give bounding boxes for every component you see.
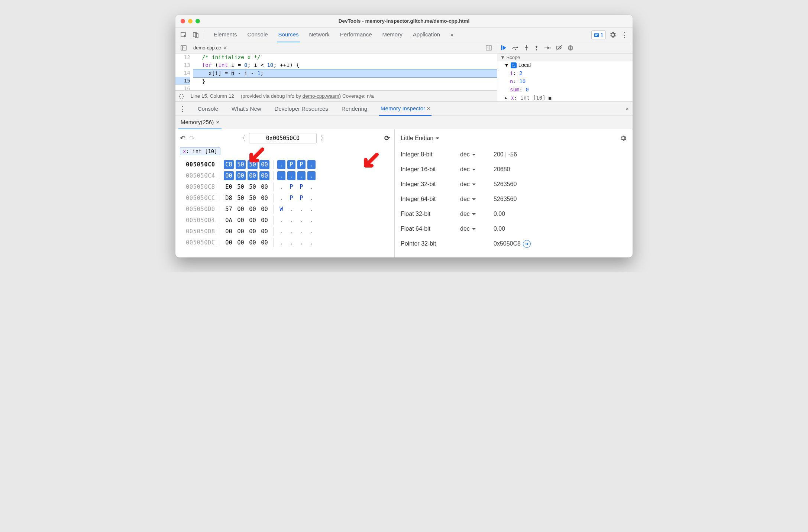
value-format-select[interactable]: dec [460, 151, 494, 158]
drawer-tab-rendering[interactable]: Rendering [340, 102, 369, 116]
value-format-select[interactable]: dec [460, 166, 494, 173]
step-into-icon[interactable] [524, 45, 529, 51]
zoom-window-icon[interactable] [195, 19, 200, 23]
close-drawer-icon[interactable]: × [626, 106, 629, 112]
hex-byte[interactable]: 00 [248, 216, 258, 225]
ascii-char[interactable]: P [297, 194, 306, 202]
hex-byte[interactable]: 00 [259, 227, 269, 236]
ascii-char[interactable]: . [287, 227, 295, 236]
hex-byte[interactable]: 00 [259, 194, 269, 202]
deactivate-breakpoints-icon[interactable] [556, 45, 562, 51]
issues-badge[interactable]: 1 [591, 30, 606, 39]
hex-byte[interactable]: 50 [236, 194, 246, 202]
hex-byte[interactable]: 00 [248, 205, 258, 214]
ascii-char[interactable]: P [287, 194, 295, 202]
ascii-char[interactable]: . [297, 216, 306, 225]
resume-icon[interactable] [500, 45, 507, 51]
reveal-in-memory-icon[interactable]: ▦ [549, 95, 551, 101]
scope-var-n[interactable]: n: 10 [497, 77, 633, 85]
ascii-char[interactable]: . [307, 171, 316, 180]
close-file-icon[interactable]: × [223, 45, 227, 51]
hex-byte[interactable]: 50 [248, 182, 258, 191]
hex-byte[interactable]: 00 [259, 238, 269, 247]
tab-performance[interactable]: Performance [339, 27, 374, 42]
hex-byte[interactable]: 00 [236, 238, 246, 247]
hex-byte[interactable]: 0A [224, 216, 234, 225]
hex-byte[interactable]: 50 [248, 194, 258, 202]
step-over-icon[interactable] [512, 45, 519, 51]
hex-row[interactable]: 005050C400000000.... [186, 170, 394, 181]
undo-icon[interactable]: ↶ [180, 134, 185, 142]
scope-var-i[interactable]: i: 2 [497, 69, 633, 77]
ascii-char[interactable]: . [277, 216, 285, 225]
hex-byte[interactable]: 00 [248, 227, 258, 236]
hex-byte[interactable]: C8 [224, 160, 234, 169]
local-scope-header[interactable]: ▼ LLocal [497, 61, 633, 69]
ascii-char[interactable]: . [297, 238, 306, 247]
file-tab-name[interactable]: demo-cpp.cc [193, 45, 221, 51]
ascii-char[interactable]: . [277, 227, 285, 236]
ascii-char[interactable]: . [287, 238, 295, 247]
navigator-toggle-icon[interactable] [178, 43, 189, 53]
jump-to-pointer-icon[interactable]: ➔ [523, 240, 531, 248]
device-toolbar-icon[interactable] [190, 30, 201, 40]
close-window-icon[interactable] [181, 19, 185, 23]
scope-var-x[interactable]: ▸ x: int [10] ▦ [497, 94, 633, 101]
drawer-tab-whatsnew[interactable]: What's New [230, 102, 263, 116]
value-format-select[interactable]: dec [460, 196, 494, 202]
hex-row[interactable]: 005050D40A000000.... [186, 215, 394, 226]
ascii-char[interactable]: . [277, 160, 285, 169]
tab-sources[interactable]: Sources [277, 27, 300, 42]
hex-row[interactable]: 005050CCD8505000.PP. [186, 192, 394, 204]
scope-var-sum[interactable]: sum: 0 [497, 85, 633, 94]
hex-byte[interactable]: 57 [224, 205, 234, 214]
ascii-char[interactable]: . [307, 205, 316, 214]
kebab-menu-icon[interactable]: ⋮ [619, 30, 630, 40]
code-editor[interactable]: 12 13 14 15 16 17 /* initialize x */ for… [175, 53, 497, 90]
hex-byte[interactable]: 00 [248, 171, 258, 180]
address-input[interactable] [249, 133, 317, 143]
hex-byte[interactable]: 00 [259, 205, 269, 214]
ascii-char[interactable]: W [277, 205, 285, 214]
hex-byte[interactable]: 00 [259, 171, 269, 180]
hex-byte[interactable]: 00 [236, 227, 246, 236]
ascii-char[interactable]: P [297, 160, 306, 169]
drawer-tab-console[interactable]: Console [196, 102, 220, 116]
prev-page-icon[interactable]: 〈 [239, 134, 245, 142]
value-format-select[interactable]: dec [460, 181, 494, 188]
ascii-char[interactable]: . [277, 238, 285, 247]
close-buffer-icon[interactable]: × [216, 116, 219, 129]
next-page-icon[interactable]: 〉 [320, 134, 326, 142]
settings-gear-icon[interactable] [607, 30, 618, 40]
ascii-char[interactable]: . [277, 182, 285, 191]
pretty-print-icon[interactable]: { } [179, 93, 184, 99]
drawer-tab-memory-inspector[interactable]: Memory Inspector × [379, 102, 432, 116]
object-highlight-chip[interactable]: x: int [10] [180, 147, 220, 155]
redo-icon[interactable]: ↷ [189, 134, 195, 142]
hex-byte[interactable]: 00 [224, 227, 234, 236]
pause-exceptions-icon[interactable] [568, 45, 573, 51]
hex-row[interactable]: 005050D057000000W... [186, 204, 394, 215]
value-format-select[interactable]: dec [460, 226, 494, 232]
tab-application[interactable]: Application [411, 27, 442, 42]
ascii-char[interactable]: P [297, 182, 306, 191]
drawer-menu-icon[interactable]: ⋮ [179, 106, 186, 112]
drawer-tab-devresources[interactable]: Developer Resources [273, 102, 330, 116]
memory-buffer-tab[interactable]: Memory(256) × [178, 116, 222, 129]
ascii-char[interactable]: P [287, 160, 295, 169]
hex-byte[interactable]: D8 [224, 194, 234, 202]
hex-byte[interactable]: 00 [259, 182, 269, 191]
hex-byte[interactable]: 00 [248, 238, 258, 247]
ascii-char[interactable]: . [297, 205, 306, 214]
hex-byte[interactable]: 00 [224, 238, 234, 247]
tab-elements[interactable]: Elements [212, 27, 239, 42]
hex-grid[interactable]: 005050C0C8505000.PP.005050C400000000....… [175, 158, 394, 248]
minimize-window-icon[interactable] [188, 19, 193, 23]
ascii-char[interactable]: . [297, 171, 306, 180]
tab-memory[interactable]: Memory [381, 27, 404, 42]
ascii-char[interactable]: . [287, 171, 295, 180]
ascii-char[interactable]: . [297, 227, 306, 236]
close-tab-icon[interactable]: × [427, 105, 430, 111]
step-icon[interactable] [544, 46, 551, 50]
ascii-char[interactable]: . [307, 194, 316, 202]
